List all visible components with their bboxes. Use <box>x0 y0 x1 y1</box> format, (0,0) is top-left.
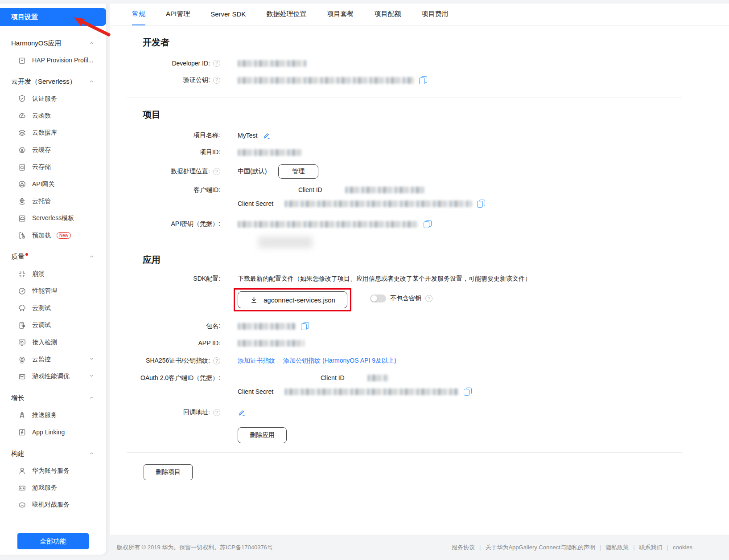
rocket-icon <box>18 411 26 419</box>
cloud-function-icon <box>18 111 26 120</box>
footer-link-关于华为AppGallery Connect与隐私的声明[interactable]: 关于华为AppGallery Connect与隐私的声明 <box>485 544 595 552</box>
app-linking-icon <box>18 428 26 437</box>
layers-icon <box>18 129 26 137</box>
copy-icon[interactable] <box>477 200 485 208</box>
sidebar-item-预加载[interactable]: 预加载New <box>0 227 106 244</box>
crash-icon <box>18 270 26 278</box>
row-sdk-config: SDK配置: 下载最新的配置文件（如果您修改了项目、应用信息或者更改了某个开发服… <box>127 272 682 286</box>
sidebar-item-华为账号服务[interactable]: 华为账号服务 <box>0 462 106 479</box>
edit-icon[interactable] <box>238 409 246 417</box>
sidebar-item-游戏服务[interactable]: 游戏服务 <box>0 479 106 496</box>
copy-icon[interactable] <box>424 220 432 228</box>
delete-app-button[interactable]: 删除应用 <box>238 427 287 443</box>
help-icon[interactable]: ? <box>213 409 220 416</box>
chevron-up-icon[interactable] <box>89 78 95 86</box>
sidebar-item-云数据库[interactable]: 云数据库 <box>0 124 106 141</box>
sidebar-group-质量[interactable]: 质量 <box>0 249 106 266</box>
tab-数据处理位置[interactable]: 数据处理位置 <box>266 4 306 25</box>
chevron-up-icon[interactable] <box>89 394 95 402</box>
sdk-config-label: SDK配置: <box>193 275 220 283</box>
sidebar-group-云开发（Serverless）[interactable]: 云开发（Serverless） <box>0 73 106 90</box>
file-cloud-icon <box>18 163 26 172</box>
sidebar-item-云监控[interactable]: 云监控 <box>0 351 106 368</box>
data-location-label: 数据处理位置: <box>171 168 210 176</box>
section-title-app: 应用 <box>143 254 682 266</box>
help-icon[interactable]: ? <box>213 168 220 175</box>
red-dot-badge <box>25 253 28 256</box>
section-app: 应用 SDK配置: 下载最新的配置文件（如果您修改了项目、应用信息或者更改了某个… <box>110 243 729 452</box>
sidebar-group-增长[interactable]: 增长 <box>0 390 106 407</box>
data-location-value: 中国(默认) <box>238 168 267 176</box>
footer-separator: | <box>667 544 668 551</box>
sidebar-item-性能管理[interactable]: 性能管理 <box>0 282 106 299</box>
sidebar-item-联机对战服务[interactable]: vs联机对战服务 <box>0 496 106 513</box>
client-id-key: Client ID <box>298 186 340 193</box>
sidebar-item-App Linking[interactable]: App Linking <box>0 424 106 441</box>
add-cert-fingerprint-link[interactable]: 添加证书指纹 <box>238 357 275 365</box>
sdk-config-description: 下载最新的配置文件（如果您修改了项目、应用信息或者更改了某个开发服务设置，可能需… <box>238 275 531 283</box>
app-id-label: APP ID: <box>198 339 220 347</box>
sidebar-group-HarmonyOS应用[interactable]: HarmonyOS应用 <box>0 35 106 52</box>
sidebar-item-云托管[interactable]: 云托管 <box>0 193 106 210</box>
sidebar-item-Serverless模板[interactable]: Serverless模板 <box>0 210 106 227</box>
row-project-id: 项目ID: <box>127 144 682 161</box>
sidebar-item-游戏性能调优[interactable]: 游戏性能调优 <box>0 368 106 385</box>
tab-项目配额[interactable]: 项目配额 <box>374 4 401 25</box>
copy-icon[interactable] <box>464 388 472 396</box>
sidebar-group-构建[interactable]: 构建 <box>0 445 106 462</box>
tab-项目套餐[interactable]: 项目套餐 <box>327 4 354 25</box>
developer-id-redacted-value <box>238 60 307 67</box>
tab-项目费用[interactable]: 项目费用 <box>421 4 448 25</box>
sidebar-item-接入检测[interactable]: 接入检测 <box>0 334 106 351</box>
help-icon[interactable]: ? <box>213 60 220 67</box>
callback-url-label: 回调地址: <box>183 409 210 417</box>
sidebar-item-推送服务[interactable]: 推送服务 <box>0 407 106 424</box>
chevron-down-icon[interactable] <box>89 373 95 380</box>
add-pubkey-fingerprint-link[interactable]: 添加公钥指纹 (HarmonyOS API 9及以上) <box>283 357 396 365</box>
project-name-label: 项目名称: <box>194 131 220 139</box>
footer-link-隐私政策[interactable]: 隐私政策 <box>605 544 629 552</box>
sidebar-item-HAP Provision Profil...[interactable]: HAP Provision Profil... <box>0 52 106 69</box>
download-icon <box>250 296 258 304</box>
manage-button[interactable]: 管理 <box>278 164 318 179</box>
copy-icon[interactable] <box>301 322 309 330</box>
sidebar-item-崩溃[interactable]: 崩溃 <box>0 266 106 282</box>
sidebar-item-云函数[interactable]: 云函数 <box>0 107 106 124</box>
oauth-client-id-key: Client ID <box>321 374 362 381</box>
shield-check-icon <box>18 94 26 103</box>
api-key-label: API密钥（凭据）: <box>171 220 220 228</box>
sidebar-item-云存储[interactable]: 云存储 <box>0 159 106 176</box>
sidebar-item-API网关[interactable]: API网关 <box>0 176 106 192</box>
chevron-up-icon[interactable] <box>89 40 95 47</box>
chevron-up-icon[interactable] <box>89 450 95 458</box>
footer-link-cookies[interactable]: cookies <box>673 544 692 551</box>
sidebar-item-云测试[interactable]: 云测试 <box>0 300 106 317</box>
project-name-value: MyTest <box>238 132 257 139</box>
exclude-key-toggle[interactable] <box>370 294 386 302</box>
svg-text:vs: vs <box>21 503 23 507</box>
edit-icon[interactable] <box>263 131 271 139</box>
delete-project-button[interactable]: 删除项目 <box>144 464 193 480</box>
tab-API管理[interactable]: API管理 <box>166 4 190 25</box>
sidebar-item-认证服务[interactable]: 认证服务 <box>0 90 106 107</box>
row-project-name: 项目名称: MyTest <box>127 127 682 144</box>
tab-常规[interactable]: 常规 <box>132 4 145 25</box>
all-services-button[interactable]: 全部功能 <box>17 533 89 549</box>
help-icon[interactable]: ? <box>213 357 220 364</box>
footer-link-联系我们[interactable]: 联系我们 <box>639 544 663 552</box>
download-config-button[interactable]: agconnect-services.json <box>238 291 347 308</box>
chevron-down-icon[interactable] <box>89 356 95 363</box>
help-icon[interactable]: ? <box>425 295 432 302</box>
help-icon[interactable]: ? <box>213 77 220 84</box>
tab-Server SDK[interactable]: Server SDK <box>210 4 246 25</box>
sidebar-item-云缓存[interactable]: 云缓存 <box>0 142 106 159</box>
copy-icon[interactable] <box>419 76 427 84</box>
developer-id-label: Developer ID: <box>172 60 210 67</box>
footer-link-服务协议[interactable]: 服务协议 <box>452 544 475 552</box>
sidebar-item-project-settings[interactable]: 项目设置 <box>0 8 106 26</box>
sidebar-groups: HarmonyOS应用 HAP Provision Profil...云开发（S… <box>0 26 106 514</box>
sidebar-item-云调试[interactable]: 云调试 <box>0 317 106 334</box>
bag-icon <box>18 56 26 65</box>
section-title-developer: 开发者 <box>143 37 682 49</box>
chevron-up-icon[interactable] <box>89 253 95 261</box>
